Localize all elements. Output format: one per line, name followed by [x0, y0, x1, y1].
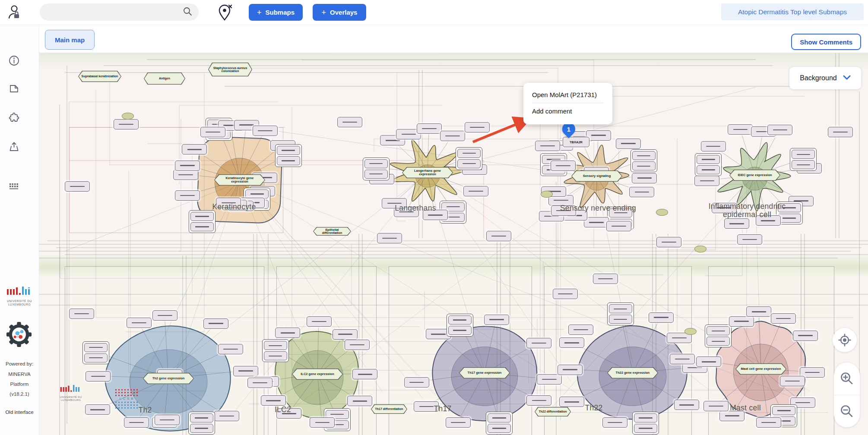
gene-box[interactable]: [233, 366, 258, 376]
phenotype-hexagon[interactable]: ILC2 gene expression: [292, 369, 343, 380]
gene-box[interactable]: [261, 395, 286, 406]
gene-box[interactable]: [440, 131, 465, 141]
search-input[interactable]: [40, 9, 182, 16]
gene-box[interactable]: [649, 312, 674, 323]
gene-box[interactable]: [264, 341, 287, 350]
gene-box[interactable]: [190, 413, 213, 422]
phenotype-hexagon[interactable]: Th22 gene expression: [607, 367, 658, 378]
gene-box[interactable]: [114, 119, 139, 129]
gene-box[interactable]: [245, 189, 269, 199]
gene-box[interactable]: [277, 146, 300, 155]
gene-box[interactable]: [632, 173, 657, 183]
gene-box-group[interactable]: [262, 339, 289, 362]
gene-box[interactable]: [127, 318, 152, 328]
gene-box[interactable]: [69, 309, 94, 319]
gene-box[interactable]: [609, 304, 632, 313]
gene-box[interactable]: [553, 289, 578, 299]
gene-box-group[interactable]: [630, 149, 657, 172]
submaps-button[interactable]: + Submaps: [249, 4, 303, 21]
gene-box-group[interactable]: [705, 325, 732, 347]
document-icon[interactable]: [8, 83, 20, 95]
gene-box[interactable]: [84, 353, 108, 362]
gene-box[interactable]: [448, 315, 472, 325]
gene-box[interactable]: [772, 406, 795, 415]
gene-box[interactable]: [173, 170, 198, 180]
gene-box[interactable]: [333, 329, 358, 340]
phenotype-hexagon[interactable]: Mast cell gene expression: [735, 363, 786, 375]
gene-box-group[interactable]: [632, 412, 659, 435]
gene-box-group[interactable]: [82, 341, 109, 364]
gene-box[interactable]: [593, 274, 618, 284]
gene-box[interactable]: [602, 417, 627, 428]
gene-box[interactable]: [584, 217, 609, 227]
gene-box[interactable]: [218, 344, 243, 354]
gene-box-group[interactable]: [456, 147, 482, 170]
gene-box[interactable]: [728, 124, 753, 135]
zoom-in-button[interactable]: [834, 362, 860, 395]
process-hexagon[interactable]: Epithelial differentiation: [313, 227, 351, 236]
gene-box[interactable]: [767, 125, 792, 135]
gene-box[interactable]: [364, 170, 388, 179]
gene-box-group[interactable]: [695, 153, 722, 176]
pinned-element-tbxa2r[interactable]: TBXA2R: [563, 137, 589, 147]
small-species-node[interactable]: [694, 246, 706, 252]
gene-box[interactable]: [486, 231, 511, 241]
gene-box-group[interactable]: [607, 303, 634, 325]
tab-main-map[interactable]: Main map: [45, 30, 95, 50]
gene-box[interactable]: [190, 212, 214, 221]
gene-box[interactable]: [828, 127, 853, 137]
gene-box[interactable]: [706, 326, 730, 335]
gene-box[interactable]: [780, 376, 805, 386]
gene-box[interactable]: [86, 371, 111, 381]
gene-box[interactable]: [182, 144, 207, 154]
gene-box[interactable]: [352, 369, 377, 379]
gene-box[interactable]: [488, 413, 511, 422]
gene-box[interactable]: [200, 127, 225, 137]
process-hexagon[interactable]: Th17 differentiation: [371, 404, 407, 414]
gene-box[interactable]: [347, 396, 372, 406]
process-hexagon[interactable]: Antigen: [144, 72, 185, 85]
gene-box[interactable]: [609, 315, 632, 324]
gene-box[interactable]: [568, 325, 593, 335]
gene-box[interactable]: [190, 222, 214, 231]
gene-box[interactable]: [535, 141, 560, 151]
gene-box[interactable]: [537, 374, 562, 385]
gene-box[interactable]: [465, 122, 490, 132]
gene-box[interactable]: [606, 221, 631, 231]
gene-box[interactable]: [310, 417, 335, 428]
plugins-icon[interactable]: [8, 112, 20, 124]
gene-box[interactable]: [345, 340, 370, 350]
phenotype-hexagon[interactable]: Th17 gene expression: [459, 367, 510, 378]
gene-box[interactable]: [175, 161, 200, 171]
user-account-icon[interactable]: [7, 4, 22, 21]
gene-box[interactable]: [175, 190, 200, 201]
gene-box[interactable]: [190, 424, 213, 433]
gene-box[interactable]: [632, 161, 656, 170]
gene-box[interactable]: [247, 378, 272, 388]
gene-box[interactable]: [724, 218, 749, 229]
gene-box[interactable]: [701, 141, 726, 151]
info-icon[interactable]: [8, 55, 20, 66]
background-selector[interactable]: Background: [789, 67, 861, 89]
gene-box[interactable]: [559, 397, 584, 407]
gene-box[interactable]: [253, 126, 278, 136]
small-species-node[interactable]: [656, 209, 668, 216]
gene-box-group[interactable]: [486, 412, 513, 435]
minerva-link[interactable]: MINERVA: [0, 372, 39, 377]
gene-box[interactable]: [696, 356, 721, 367]
gene-box[interactable]: [632, 151, 656, 160]
gene-box[interactable]: [152, 310, 177, 321]
context-menu-open-molart[interactable]: Open MolArt (P21731): [532, 90, 604, 100]
gene-box-group[interactable]: [189, 210, 215, 233]
process-hexagon[interactable]: Th22 differentiation: [535, 407, 571, 416]
small-species-node[interactable]: [541, 191, 553, 198]
gene-box[interactable]: [670, 354, 695, 364]
gene-box[interactable]: [694, 176, 719, 186]
gene-box[interactable]: [337, 117, 362, 127]
gene-box[interactable]: [124, 417, 149, 428]
gene-box[interactable]: [364, 159, 388, 168]
phenotype-hexagon[interactable]: Langerhans gene expression: [402, 167, 453, 178]
legend-icon[interactable]: [8, 180, 20, 192]
gene-box-group[interactable]: [363, 158, 390, 180]
search-bar[interactable]: [40, 3, 199, 21]
